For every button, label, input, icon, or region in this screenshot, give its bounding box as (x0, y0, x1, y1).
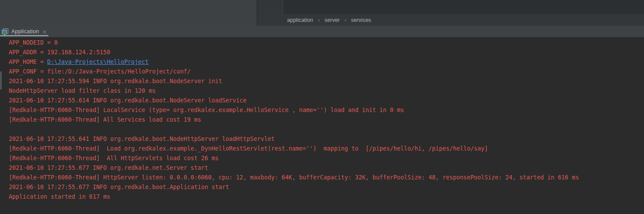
console-text: 2021-06-10 17:27:55.677 INFO org.redkale… (9, 184, 229, 190)
console-text: NodeHttpServer load filter class in 120 … (9, 88, 156, 94)
console-line: APP_HOME = D:\Java-Projects\HelloProject (9, 57, 644, 67)
console-line: [Redkale-HTTP:6060-Thread] All HttpServl… (9, 154, 644, 163)
console-text: 2021-06-10 17:27:55.594 INFO org.redkale… (9, 78, 222, 84)
console-line: Application started in 617 ms (9, 192, 644, 202)
scrollbar-thumb[interactable] (0, 71, 2, 90)
console-line: APP_ADDR = 192.168.124.2:5150 (9, 48, 644, 57)
console-text: Application started in 617 ms (9, 193, 110, 200)
console-text: [Redkale-HTTP:6060-Thread] LocalService … (9, 107, 404, 113)
console-log-text: APP_NODEID = 0APP_ADDR = 192.168.124.2:5… (9, 38, 644, 202)
console-output[interactable]: APP_NODEID = 0APP_ADDR = 192.168.124.2:5… (0, 37, 644, 214)
console-line: [Redkale-HTTP:6060-Thread] Load org.redk… (9, 144, 644, 154)
console-text: 2021-06-10 17:27:55.614 INFO org.redkale… (9, 97, 246, 104)
editor-area (0, 0, 257, 26)
breadcrumb: application›server›services (257, 14, 644, 26)
console-line: [Redkale-HTTP:6060-Thread] HttpServer li… (9, 173, 644, 182)
chevron-right-icon: › (318, 17, 320, 23)
breadcrumb-item-services[interactable]: services (351, 17, 371, 23)
console-line: 2021-06-10 17:27:55.641 INFO org.redkale… (9, 134, 644, 144)
tab-label: Application (11, 28, 39, 35)
console-line: APP_CONF = file:/D:/Java-Projects/HelloP… (9, 67, 644, 77)
console-text: APP_ADDR = 192.168.124.2:5150 (9, 49, 110, 56)
run-toolwindow-tabbar: Application × (0, 26, 644, 37)
editor-top-strip (284, 0, 644, 14)
console-text: [Redkale-HTTP:6060-Thread] Load org.redk… (9, 145, 488, 152)
console-line: [Redkale-HTTP:6060-Thread] All Services … (9, 115, 644, 125)
console-line: 2021-06-10 17:27:55.614 INFO org.redkale… (9, 96, 644, 105)
console-text: 2021-06-10 17:27:55.677 INFO org.redkale… (9, 165, 208, 171)
breadcrumb-item-server[interactable]: server (325, 17, 340, 23)
console-line: [Redkale-HTTP:6060-Thread] LocalService … (9, 105, 644, 115)
editor-gutter-strip (257, 0, 283, 14)
console-text: APP_NODEID = 0 (9, 39, 58, 46)
console-text: 2021-06-10 17:27:55.641 INFO org.redkale… (9, 136, 274, 142)
console-line: NodeHttpServer load filter class in 120 … (9, 86, 644, 96)
ide-window: application›server›services Application … (0, 0, 644, 214)
console-text: [Redkale-HTTP:6060-Thread] HttpServer li… (9, 174, 579, 181)
console-text: [Redkale-HTTP:6060-Thread] All HttpServl… (9, 155, 218, 161)
console-line: 2021-06-10 17:27:55.677 INFO org.redkale… (9, 163, 644, 173)
console-text: APP_HOME = (9, 59, 47, 65)
console-hyperlink[interactable]: D:\Java-Projects\HelloProject (47, 59, 149, 65)
console-line: 2021-06-10 17:27:55.594 INFO org.redkale… (9, 77, 644, 86)
console-line: 2021-06-10 17:27:55.677 INFO org.redkale… (9, 182, 644, 192)
console-line (9, 125, 644, 134)
breadcrumb-item-application[interactable]: application (287, 17, 313, 23)
active-tab-underline (0, 35, 48, 36)
console-line: APP_NODEID = 0 (9, 38, 644, 48)
close-icon[interactable]: × (42, 29, 47, 35)
chevron-right-icon: › (345, 17, 346, 23)
console-text: [Redkale-HTTP:6060-Thread] All Services … (9, 116, 201, 123)
console-text: APP_CONF = file:/D:/Java-Projects/HelloP… (9, 68, 190, 75)
run-console-icon (2, 28, 9, 35)
